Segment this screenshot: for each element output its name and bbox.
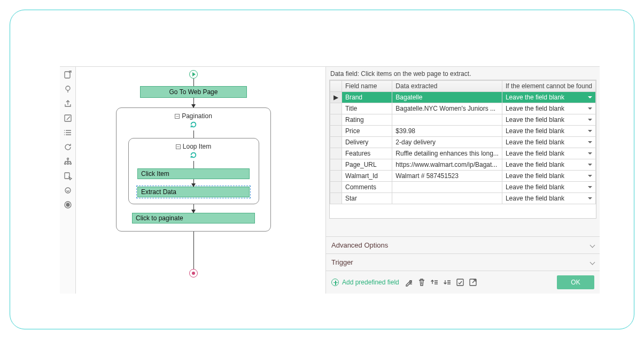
- cell-data-extracted[interactable]: $39.98: [392, 126, 502, 137]
- loop-item-container[interactable]: –Loop Item Click Item Extract Data: [128, 138, 259, 204]
- cell-data-extracted[interactable]: Walmart # 587451523: [392, 171, 502, 182]
- table-row[interactable]: StarLeave the field blank: [330, 193, 596, 204]
- extract-data-action[interactable]: Extract Data: [137, 187, 250, 197]
- open-icon[interactable]: [469, 278, 477, 287]
- cell-fallback-dropdown[interactable]: Leave the field blank: [502, 137, 595, 148]
- cell-field-name[interactable]: Page_URL: [342, 159, 392, 171]
- cell-fallback-dropdown[interactable]: Leave the field blank: [502, 171, 595, 182]
- table-row[interactable]: ▶BrandBagatelleLeave the field blank: [330, 92, 596, 103]
- cell-fallback-dropdown[interactable]: Leave the field blank: [502, 182, 595, 193]
- loop-item-title: –Loop Item: [176, 143, 211, 150]
- list-icon[interactable]: [63, 128, 73, 137]
- col-not-found[interactable]: If the element cannot be found: [502, 81, 595, 92]
- cell-fallback-dropdown[interactable]: Leave the field blank: [502, 103, 595, 114]
- rename-icon[interactable]: [405, 278, 413, 287]
- advanced-options-accordion[interactable]: Advanced Options: [326, 236, 600, 254]
- table-row[interactable]: Delivery2-day deliveryLeave the field bl…: [330, 137, 596, 148]
- click-item-action[interactable]: Click Item: [137, 168, 250, 179]
- col-field-name[interactable]: Field name: [342, 81, 392, 92]
- row-marker: [330, 137, 342, 148]
- sitemap-icon[interactable]: [63, 157, 73, 166]
- chevron-down-icon: [588, 130, 592, 132]
- svg-point-4: [64, 163, 66, 165]
- table-row[interactable]: RatingLeave the field blank: [330, 114, 596, 126]
- cell-data-extracted[interactable]: Ruffle detailing enhances this long...: [392, 148, 502, 159]
- collapse-icon[interactable]: –: [175, 114, 180, 119]
- edit-icon[interactable]: [63, 113, 73, 123]
- ok-button[interactable]: OK: [557, 275, 594, 289]
- row-marker: [330, 171, 342, 182]
- plus-icon: [331, 279, 339, 286]
- cell-field-name[interactable]: Brand: [342, 92, 392, 103]
- cell-field-name[interactable]: Features: [342, 148, 392, 159]
- row-marker: [330, 182, 342, 193]
- edit-icon[interactable]: [456, 278, 464, 287]
- stop-icon[interactable]: [63, 200, 73, 210]
- new-task-icon[interactable]: [63, 70, 73, 80]
- cell-field-name[interactable]: Price: [342, 126, 392, 137]
- workflow-canvas[interactable]: Go To Web Page –Pagination –Loop Item Cl…: [76, 67, 325, 294]
- table-row[interactable]: CommentsLeave the field blank: [330, 182, 596, 193]
- cell-field-name[interactable]: Delivery: [342, 137, 392, 148]
- svg-point-6: [69, 163, 71, 165]
- table-row[interactable]: Price$39.98Leave the field blank: [330, 126, 596, 137]
- chevron-down-icon: [588, 152, 592, 155]
- table-row[interactable]: FeaturesRuffle detailing enhances this l…: [330, 148, 596, 159]
- table-row[interactable]: Walmart_IdWalmart # 587451523Leave the f…: [330, 171, 596, 182]
- svg-rect-2: [65, 115, 71, 121]
- svg-point-3: [67, 158, 68, 160]
- cell-data-extracted[interactable]: https://www.walmart.com/ip/Bagat...: [392, 159, 502, 171]
- cell-fallback-dropdown[interactable]: Leave the field blank: [502, 193, 595, 204]
- cursor-icon[interactable]: [63, 84, 73, 94]
- cell-data-extracted[interactable]: [392, 193, 502, 204]
- pagination-container[interactable]: –Pagination –Loop Item Click Item Extrac…: [116, 107, 271, 232]
- cell-fallback-dropdown[interactable]: Leave the field blank: [502, 114, 595, 126]
- go-to-web-page-action[interactable]: Go To Web Page: [140, 86, 247, 98]
- cell-data-extracted[interactable]: 2-day delivery: [392, 137, 502, 148]
- svg-point-1: [66, 86, 70, 90]
- data-field-table: Field name Data extracted If the element…: [329, 80, 596, 219]
- workflow-canvas-pane: Go To Web Page –Pagination –Loop Item Cl…: [76, 67, 326, 294]
- cell-field-name[interactable]: Rating: [342, 114, 392, 126]
- table-row[interactable]: Page_URLhttps://www.walmart.com/ip/Bagat…: [330, 159, 596, 171]
- cell-field-name[interactable]: Star: [342, 193, 392, 204]
- svg-point-5: [67, 163, 68, 165]
- add-predefined-field-button[interactable]: Add predefined field: [331, 279, 399, 286]
- move-up-icon[interactable]: [430, 278, 439, 287]
- row-marker: [330, 114, 342, 126]
- cell-field-name[interactable]: Title: [342, 103, 392, 114]
- cell-field-name[interactable]: Walmart_Id: [342, 171, 392, 182]
- cell-data-extracted[interactable]: [392, 114, 502, 126]
- pagination-title: –Pagination: [175, 112, 212, 120]
- cell-fallback-dropdown[interactable]: Leave the field blank: [502, 159, 595, 171]
- row-marker: [330, 148, 342, 159]
- refresh-icon[interactable]: [63, 142, 73, 152]
- col-data-extracted[interactable]: Data extracted: [392, 81, 502, 92]
- collapse-icon[interactable]: –: [176, 144, 181, 149]
- cell-field-name[interactable]: Comments: [342, 182, 392, 193]
- trigger-accordion[interactable]: Trigger: [326, 254, 600, 271]
- cell-fallback-dropdown[interactable]: Leave the field blank: [502, 92, 595, 103]
- loop-icon: [190, 121, 197, 128]
- click-to-paginate-action[interactable]: Click to paginate: [132, 213, 255, 224]
- row-marker: [330, 159, 342, 171]
- bottom-toolbar: Add predefined field OK: [326, 271, 600, 294]
- chevron-down-icon: [588, 141, 592, 143]
- move-down-icon[interactable]: [443, 278, 452, 287]
- auto-icon[interactable]: [63, 186, 73, 195]
- chevron-down-icon: [588, 96, 592, 98]
- cell-data-extracted[interactable]: Bagatelle.NYC Women's Juniors ...: [392, 103, 502, 114]
- start-node-icon[interactable]: [189, 70, 198, 79]
- end-node-icon[interactable]: [189, 269, 198, 278]
- export-icon[interactable]: [63, 99, 73, 109]
- row-marker: [330, 126, 342, 137]
- cell-fallback-dropdown[interactable]: Leave the field blank: [502, 126, 595, 137]
- chevron-down-icon: [588, 119, 592, 121]
- chevron-down-icon: [588, 186, 592, 188]
- select-icon[interactable]: [63, 171, 73, 181]
- table-row[interactable]: TitleBagatelle.NYC Women's Juniors ...Le…: [330, 103, 596, 114]
- cell-data-extracted[interactable]: [392, 182, 502, 193]
- delete-icon[interactable]: [417, 278, 426, 287]
- cell-fallback-dropdown[interactable]: Leave the field blank: [502, 148, 595, 159]
- cell-data-extracted[interactable]: Bagatelle: [392, 92, 502, 103]
